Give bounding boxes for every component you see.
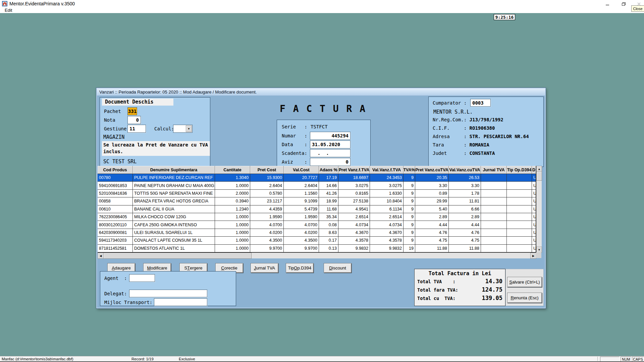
table-cell[interactable] — [507, 237, 532, 244]
transport-input[interactable] — [154, 298, 207, 306]
table-cell[interactable] — [507, 213, 532, 221]
renunta-esc-button[interactable]: Renunta (Esc) — [507, 293, 542, 303]
table-cell[interactable] — [507, 245, 532, 252]
menu-edit[interactable]: Edit — [3, 7, 13, 13]
table-cell[interactable]: 4.3670 — [338, 229, 370, 237]
table-cell[interactable]: 20.7727 — [284, 174, 319, 182]
table-cell[interactable] — [507, 190, 532, 197]
table-cell[interactable]: 19 — [404, 245, 415, 252]
table-cell[interactable]: U — [532, 221, 536, 229]
table-cell[interactable]: U — [532, 182, 536, 189]
table-cell[interactable]: 2.6514 — [338, 213, 370, 221]
table-cell[interactable]: 9 — [404, 197, 415, 205]
table-cell[interactable]: 8.63 — [319, 229, 338, 237]
table-row[interactable]: 00858BRANZA FETA VRAC HOTOS GRECIA0.3940… — [98, 197, 541, 205]
numar-input[interactable]: 445294 — [310, 132, 351, 140]
table-cell[interactable]: 4.0734 — [338, 221, 370, 229]
table-cell[interactable]: 00858 — [98, 197, 133, 205]
table-cell[interactable]: 4.75 — [415, 237, 449, 244]
table-cell[interactable]: 29.99 — [415, 197, 449, 205]
table-cell[interactable]: PAINE NEPTUN GRAHAM CU MAIA 400G — [133, 182, 215, 189]
table-cell[interactable]: 3.30 — [449, 182, 481, 189]
table-cell[interactable]: 9.9832 — [370, 245, 404, 252]
chevron-down-icon[interactable]: ▼ — [186, 125, 192, 132]
table-cell[interactable]: 642030900081 — [98, 229, 133, 237]
vertical-scroll-thumb[interactable] — [536, 171, 542, 181]
table-cell[interactable]: 594100691853 — [98, 182, 133, 189]
table-cell[interactable]: 4.75 — [449, 237, 481, 244]
table-cell[interactable]: 1.0000 — [215, 182, 250, 189]
table-cell[interactable]: 20.35 — [415, 174, 449, 182]
scroll-down-icon[interactable]: ▼ — [536, 247, 542, 253]
table-cell[interactable]: 1.0000 — [215, 229, 250, 237]
table-cell[interactable]: 9.1099 — [284, 197, 319, 205]
table-cell[interactable]: 35.34 — [319, 213, 338, 221]
horizontal-scrollbar[interactable]: ◀ ▶ — [98, 252, 536, 258]
table-cell[interactable] — [481, 182, 507, 189]
salvare-ctrl-l-button[interactable]: Salvare (Ctrl+L) — [507, 277, 542, 287]
table-cell[interactable]: 4.4359 — [250, 205, 284, 213]
jurnal-tva-button[interactable]: Jurnal TVA — [251, 263, 278, 273]
agent-input[interactable] — [129, 274, 155, 282]
tip-op-d394-button[interactable]: Tip Op.D394 — [286, 263, 314, 273]
table-cell[interactable]: 2.6404 — [284, 182, 319, 189]
table-cell[interactable]: 4.3500 — [284, 237, 319, 244]
table-cell[interactable]: 4.3670 — [370, 229, 404, 237]
table-cell[interactable]: 26.53 — [449, 174, 481, 182]
pachet-input[interactable]: 331 — [127, 107, 137, 115]
delegat-input[interactable] — [129, 290, 207, 297]
table-row[interactable]: 871811452581DOMESTOS ATLANTIC 1L1.00009.… — [98, 245, 541, 252]
table-cell[interactable]: BRANZA FETA VRAC HOTOS GRECIA — [133, 197, 215, 205]
table-cell[interactable]: 0.3940 — [215, 197, 250, 205]
table-cell[interactable]: 1.78 — [449, 190, 481, 197]
table-row[interactable]: 520100841636TOTTIS 50G NAP SERENATA MAXI… — [98, 190, 541, 197]
table-cell[interactable]: 23.1217 — [250, 197, 284, 205]
table-cell[interactable]: 10.8404 — [370, 197, 404, 205]
table-cell[interactable]: 41.26 — [319, 190, 338, 197]
table-cell[interactable]: 2.6514 — [370, 213, 404, 221]
table-cell[interactable]: 520100841636 — [98, 190, 133, 197]
table-cell[interactable]: 5.4739 — [284, 205, 319, 213]
scadenta-input[interactable]: . . — [310, 149, 351, 157]
table-cell[interactable]: COVALACT LAPTE CONSUM 35 1L — [133, 237, 215, 244]
table-cell[interactable]: BANANE CAL II GUA — [133, 205, 215, 213]
table-cell[interactable]: TOTTIS 50G NAP SERENATA MAXI FINE — [133, 190, 215, 197]
table-cell[interactable]: 9 — [404, 205, 415, 213]
table-row[interactable]: 762230086405MILKA CHOCO COW 120G1.00001.… — [98, 213, 541, 221]
nota-input[interactable]: 0 — [127, 116, 141, 124]
calcul-dropdown[interactable]: ▼ — [173, 125, 193, 133]
table-cell[interactable]: 9 — [404, 182, 415, 189]
table-cell[interactable]: 1.0000 — [215, 237, 250, 244]
table-cell[interactable]: CAFEA 250G GIMOKA INTENSO — [133, 221, 215, 229]
table-cell[interactable]: ULEI SURASUL SOARELUI 1L — [133, 229, 215, 237]
table-cell[interactable]: 0.08 — [319, 221, 338, 229]
table-cell[interactable]: 1.0000 — [215, 221, 250, 229]
table-cell[interactable]: 11.88 — [449, 245, 481, 252]
gestiune-input[interactable]: 11 — [127, 125, 146, 133]
table-cell[interactable]: 5.40 — [415, 205, 449, 213]
table-cell[interactable]: DOMESTOS ATLANTIC 1L — [133, 245, 215, 252]
table-row[interactable]: 800301200110CAFEA 250G GIMOKA INTENSO1.0… — [98, 221, 541, 229]
table-cell[interactable]: 4.0700 — [284, 221, 319, 229]
discount-button[interactable]: Discount — [324, 263, 352, 273]
table-row[interactable]: 00610BANANE CAL II GUA1.23404.43595.4739… — [98, 205, 541, 213]
table-cell[interactable]: 1.6330 — [370, 190, 404, 197]
table-cell[interactable]: MILKA CHOCO COW 120G — [133, 213, 215, 221]
vertical-scrollbar[interactable]: ▲ ▼ — [536, 166, 542, 252]
table-cell[interactable]: U — [532, 205, 536, 213]
table-cell[interactable]: 1.0000 — [215, 245, 250, 252]
table-cell[interactable]: 9 — [404, 237, 415, 244]
table-cell[interactable] — [481, 213, 507, 221]
table-cell[interactable]: 594117340203 — [98, 237, 133, 244]
table-cell[interactable] — [507, 197, 532, 205]
table-cell[interactable]: 17.19 — [319, 174, 338, 182]
table-cell[interactable]: 4.44 — [449, 221, 481, 229]
table-cell[interactable]: 4.9541 — [338, 205, 370, 213]
table-cell[interactable] — [481, 205, 507, 213]
table-cell[interactable]: 1.9590 — [284, 213, 319, 221]
table-cell[interactable]: 0.17 — [319, 237, 338, 244]
table-cell[interactable]: U — [532, 237, 536, 244]
table-cell[interactable]: U — [532, 213, 536, 221]
table-cell[interactable]: 6.1134 — [370, 205, 404, 213]
table-cell[interactable]: 18.6697 — [338, 174, 370, 182]
